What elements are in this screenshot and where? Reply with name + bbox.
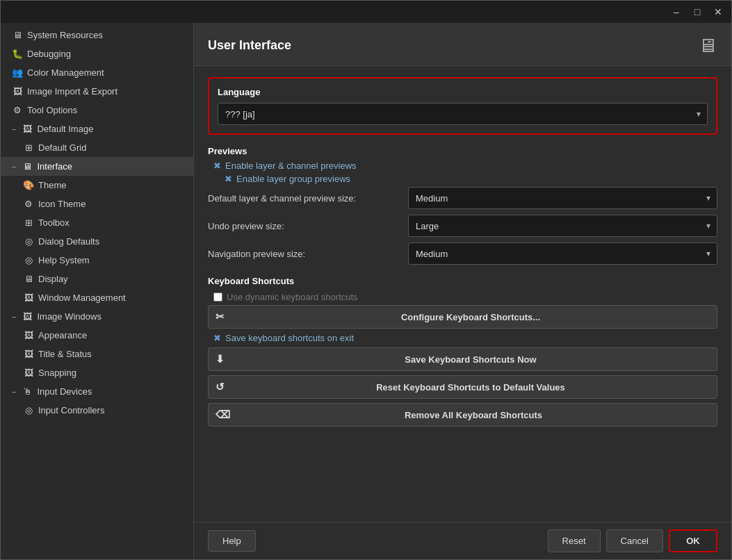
image-windows-icon: 🖼 xyxy=(22,311,33,322)
remove-keyboard-button[interactable]: ⌫ Remove All Keyboard Shortcuts xyxy=(208,403,717,427)
sidebar-item-dialog-defaults[interactable]: ◎ Dialog Defaults xyxy=(1,232,193,251)
sidebar-item-debugging[interactable]: 🐛 Debugging xyxy=(1,44,193,63)
language-section-title: Language xyxy=(218,87,708,97)
minimize-button[interactable]: – xyxy=(669,4,684,19)
sidebar-item-help-system[interactable]: ◎ Help System xyxy=(1,251,193,270)
save-keyboard-now-button[interactable]: ⬇ Save Keyboard Shortcuts Now xyxy=(208,347,717,371)
sidebar-label-tool-options: Tool Options xyxy=(27,105,77,115)
enable-layer-channel-checked-icon: ✖ xyxy=(213,160,221,171)
configure-keyboard-label: Configure Keyboard Shortcuts... xyxy=(231,312,710,322)
maximize-button[interactable]: □ xyxy=(690,4,705,19)
sidebar-label-image-import-export: Image Import & Export xyxy=(27,86,117,97)
sidebar-item-snapping[interactable]: 🖼 Snapping xyxy=(1,363,193,382)
sidebar-item-image-windows[interactable]: − 🖼 Image Windows xyxy=(1,307,193,326)
reset-keyboard-label: Reset Keyboard Shortcuts to Default Valu… xyxy=(231,382,710,393)
save-on-exit-checked-icon: ✖ xyxy=(213,333,221,343)
right-panel: User Interface 🖥 Language ??? [ja] Engli… xyxy=(194,23,731,559)
sidebar-label-image-windows: Image Windows xyxy=(37,311,101,322)
navigation-preview-label: Navigation preview size: xyxy=(208,249,402,259)
enable-layer-group-row: ✖ Enable layer group previews xyxy=(208,174,717,184)
tool-options-icon: ⚙ xyxy=(12,105,23,115)
language-select-wrapper: ??? [ja] English German French ▾ xyxy=(218,103,708,125)
sidebar-item-color-management[interactable]: 👥 Color Management xyxy=(1,63,193,82)
dialog-defaults-icon: ◎ xyxy=(23,236,34,247)
use-dynamic-label: Use dynamic keyboard shortcuts xyxy=(227,292,358,302)
bottom-bar: Help Reset Cancel OK xyxy=(194,522,731,559)
reset-keyboard-button[interactable]: ↺ Reset Keyboard Shortcuts to Default Va… xyxy=(208,375,717,399)
ok-button[interactable]: OK xyxy=(669,529,717,552)
sidebar-label-appearance: Appearance xyxy=(38,330,87,340)
titlebar: – □ ✕ xyxy=(1,1,731,23)
sidebar-item-display[interactable]: 🖥 Display xyxy=(1,270,193,288)
default-image-toggle: − xyxy=(12,125,16,133)
sidebar-item-tool-options[interactable]: ⚙ Tool Options xyxy=(1,101,193,120)
use-dynamic-checkbox[interactable] xyxy=(213,293,222,302)
sidebar-item-input-devices[interactable]: − 🖱 Input Devices xyxy=(1,382,193,401)
sidebar-item-title-status[interactable]: 🖼 Title & Status xyxy=(1,345,193,363)
interface-toggle: − xyxy=(12,163,16,171)
sidebar-item-theme[interactable]: 🎨 Theme xyxy=(1,176,193,195)
language-select[interactable]: ??? [ja] English German French xyxy=(218,103,708,125)
sidebar-item-appearance[interactable]: 🖼 Appearance xyxy=(1,326,193,345)
close-button[interactable]: ✕ xyxy=(710,4,726,19)
remove-keyboard-label: Remove All Keyboard Shortcuts xyxy=(237,410,710,420)
sidebar-label-default-image: Default Image xyxy=(37,124,93,134)
configure-keyboard-button[interactable]: ✂ Configure Keyboard Shortcuts... xyxy=(208,305,717,329)
reset-button[interactable]: Reset xyxy=(548,529,601,552)
sidebar-label-system-resources: System Resources xyxy=(27,30,103,40)
sidebar-item-default-grid[interactable]: ⊞ Default Grid xyxy=(1,138,193,157)
sidebar-item-default-image[interactable]: − 🖼 Default Image xyxy=(1,120,193,138)
language-section: Language ??? [ja] English German French … xyxy=(208,77,717,135)
sidebar-label-default-grid: Default Grid xyxy=(38,142,86,153)
sidebar-item-input-controllers[interactable]: ◎ Input Controllers xyxy=(1,401,193,420)
save-keyboard-icon: ⬇ xyxy=(215,353,225,365)
default-preview-label: Default layer & channel preview size: xyxy=(208,193,402,204)
enable-layer-channel-row: ✖ Enable layer & channel previews xyxy=(208,160,717,171)
sidebar-item-window-management[interactable]: 🖼 Window Management xyxy=(1,288,193,307)
window-management-icon: 🖼 xyxy=(23,293,34,303)
sidebar: 🖥 System Resources 🐛 Debugging 👥 Color M… xyxy=(1,23,194,559)
sidebar-label-dialog-defaults: Dialog Defaults xyxy=(38,236,99,247)
default-preview-select-wrapper: Small Medium Large ▾ xyxy=(408,187,717,209)
sidebar-label-debugging: Debugging xyxy=(27,49,71,59)
panel-title: User Interface xyxy=(208,38,291,53)
cancel-button[interactable]: Cancel xyxy=(606,529,663,552)
reset-keyboard-icon: ↺ xyxy=(215,381,225,393)
sidebar-item-image-import-export[interactable]: 🖼 Image Import & Export xyxy=(1,82,193,101)
undo-preview-label: Undo preview size: xyxy=(208,221,402,231)
panel-body: Language ??? [ja] English German French … xyxy=(194,66,731,522)
sidebar-label-icon-theme: Icon Theme xyxy=(38,199,86,209)
help-button[interactable]: Help xyxy=(208,530,256,552)
input-controllers-icon: ◎ xyxy=(23,405,34,415)
navigation-preview-select[interactable]: Small Medium Large xyxy=(408,242,717,265)
configure-keyboard-icon: ✂ xyxy=(215,311,225,323)
undo-preview-select[interactable]: Small Medium Large xyxy=(408,215,717,237)
appearance-icon: 🖼 xyxy=(23,330,34,340)
sidebar-item-icon-theme[interactable]: ⚙ Icon Theme xyxy=(1,195,193,213)
icon-theme-icon: ⚙ xyxy=(23,199,34,209)
remove-keyboard-icon: ⌫ xyxy=(215,409,230,421)
keyboard-shortcuts-title: Keyboard Shortcuts xyxy=(208,276,717,286)
sidebar-label-window-management: Window Management xyxy=(38,293,126,303)
title-status-icon: 🖼 xyxy=(23,349,34,359)
undo-preview-select-wrapper: Small Medium Large ▾ xyxy=(408,215,717,237)
input-devices-icon: 🖱 xyxy=(22,386,33,397)
default-preview-select[interactable]: Small Medium Large xyxy=(408,187,717,209)
sidebar-label-snapping: Snapping xyxy=(38,368,76,378)
sidebar-item-interface[interactable]: − 🖥 Interface xyxy=(1,157,193,176)
color-management-icon: 👥 xyxy=(12,67,23,78)
debugging-icon: 🐛 xyxy=(12,49,23,59)
keyboard-shortcuts-section: Keyboard Shortcuts Use dynamic keyboard … xyxy=(208,276,717,427)
interface-icon: 🖥 xyxy=(22,161,33,172)
sidebar-label-display: Display xyxy=(38,274,68,284)
previews-section: Previews ✖ Enable layer & channel previe… xyxy=(208,146,717,265)
system-resources-icon: 🖥 xyxy=(12,30,23,40)
enable-layer-channel-label: Enable layer & channel previews xyxy=(225,160,357,171)
previews-title: Previews xyxy=(208,146,717,156)
toolbox-icon: ⊞ xyxy=(23,217,34,228)
sidebar-item-toolbox[interactable]: ⊞ Toolbox xyxy=(1,213,193,232)
sidebar-label-interface: Interface xyxy=(37,161,72,172)
sidebar-item-system-resources[interactable]: 🖥 System Resources xyxy=(1,26,193,44)
theme-icon: 🎨 xyxy=(23,180,34,190)
enable-layer-group-label: Enable layer group previews xyxy=(236,174,350,184)
